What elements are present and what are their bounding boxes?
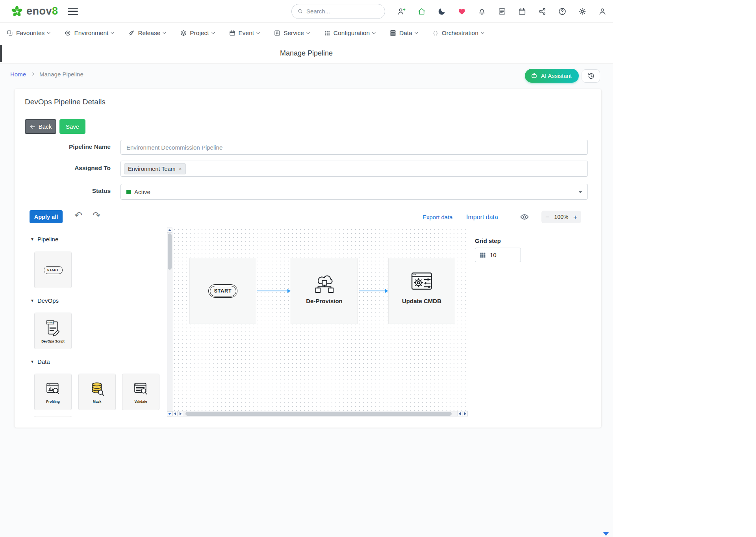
pipeline-canvas[interactable]: START De-Provision <box>172 228 468 411</box>
settings-button[interactable] <box>578 7 587 16</box>
zoom-level: 100% <box>554 214 569 220</box>
palette-item-validate[interactable]: Validate <box>122 374 159 410</box>
caret-down-icon: ▼ <box>30 359 34 364</box>
search-input[interactable] <box>306 8 379 15</box>
preview-button[interactable] <box>520 212 529 222</box>
canvas-h-scrollbar[interactable] <box>172 411 468 417</box>
content-area: Home Manage Pipeline AI Assistant DevOps… <box>0 64 613 537</box>
nav-label: Event <box>239 30 254 37</box>
environment-icon <box>64 30 71 37</box>
scroll-left-button[interactable] <box>172 411 178 416</box>
nav-label: Release <box>138 30 160 37</box>
zoom-in-button[interactable]: + <box>573 214 577 220</box>
profiling-icon <box>44 381 62 397</box>
scroll-right-button[interactable] <box>463 411 468 416</box>
chevron-down-icon <box>414 30 418 34</box>
nav-event[interactable]: Event <box>229 30 260 37</box>
import-data-link[interactable]: Import data <box>466 214 498 221</box>
ai-assistant-button[interactable]: AI Assistant <box>525 69 579 83</box>
mask-icon <box>89 381 106 397</box>
status-value: Active <box>134 189 150 195</box>
enov8-logo[interactable]: enov8 <box>10 5 58 18</box>
grid-step-field[interactable] <box>475 248 521 262</box>
undo-button[interactable]: ↶ <box>74 209 82 222</box>
palette-item-profiling[interactable]: Profiling <box>34 374 72 410</box>
nav-orchestration[interactable]: Orchestration <box>432 30 484 37</box>
palette-item-mask[interactable]: Mask <box>78 374 116 410</box>
data-stack-icon <box>389 30 397 37</box>
favourites-icon <box>6 30 13 37</box>
palette-item-partial[interactable] <box>34 416 72 417</box>
palette-section-devops[interactable]: ▼ DevOps <box>30 297 59 304</box>
help-button[interactable] <box>558 7 567 16</box>
history-button[interactable] <box>582 69 600 83</box>
user-add-button[interactable] <box>397 7 406 16</box>
redo-button[interactable]: ↷ <box>93 209 100 222</box>
nav-data[interactable]: Data <box>389 30 418 37</box>
calendar-button[interactable] <box>517 7 527 16</box>
scroll-left-button[interactable] <box>457 411 462 416</box>
connector-arrow[interactable] <box>359 291 385 291</box>
palette-section-pipeline[interactable]: ▼ Pipeline <box>30 236 58 243</box>
nav-favourites[interactable]: Favourites <box>6 30 50 37</box>
palette-scrollbar[interactable] <box>167 228 172 417</box>
bell-icon <box>478 7 486 16</box>
chevron-down-icon <box>47 30 51 34</box>
pipeline-designer: ▼ Pipeline START ▼ DevOps <box>15 228 602 417</box>
news-icon <box>498 7 506 16</box>
palette-item-label: Validate <box>134 400 147 404</box>
news-button[interactable] <box>497 7 507 16</box>
grid-icon <box>324 30 331 37</box>
notifications-button[interactable] <box>477 7 487 16</box>
pipeline-details-card: DevOps Pipeline Details Back Save Pipeli… <box>14 89 602 428</box>
canvas-node-start[interactable]: START <box>189 258 256 324</box>
chevron-down-icon <box>306 30 310 34</box>
assigned-to-field[interactable]: Environment Team × <box>120 161 588 177</box>
favourites-heart-button[interactable] <box>457 7 467 16</box>
profile-button[interactable] <box>598 7 607 16</box>
search-icon <box>297 8 303 15</box>
scrollbar-thumb[interactable] <box>168 233 172 270</box>
caret-down-icon: ▼ <box>30 298 34 303</box>
back-label: Back <box>39 123 52 130</box>
share-button[interactable] <box>537 7 547 16</box>
grid-step-label: Grid step <box>475 237 501 244</box>
nav-environment[interactable]: Environment <box>64 30 114 37</box>
person-icon <box>598 7 607 16</box>
app-window: enov8 <box>0 0 613 537</box>
nav-release[interactable]: Release <box>128 30 166 37</box>
canvas-node-update-cmdb[interactable]: Update CMDB <box>388 258 455 324</box>
palette-item-devops-script[interactable]: SCRIPT DevOps Script <box>34 313 72 349</box>
scroll-up-button[interactable] <box>167 228 172 233</box>
back-button[interactable]: Back <box>25 119 56 134</box>
nav-configuration[interactable]: Configuration <box>324 30 375 37</box>
nav-project[interactable]: Project <box>180 30 214 37</box>
scroll-down-button[interactable] <box>167 411 172 417</box>
status-color-swatch <box>126 190 131 194</box>
connector-arrow[interactable] <box>257 291 287 291</box>
breadcrumb-home-link[interactable]: Home <box>10 71 26 78</box>
scroll-right-button[interactable] <box>178 411 183 416</box>
zoom-out-button[interactable]: − <box>545 214 549 220</box>
nav-service[interactable]: Service <box>274 30 309 37</box>
section-title: Pipeline <box>37 236 58 243</box>
search-box[interactable] <box>291 4 385 19</box>
apply-all-button[interactable]: Apply all <box>30 210 63 223</box>
export-data-link[interactable]: Export data <box>422 214 453 220</box>
dark-mode-button[interactable] <box>437 7 447 16</box>
status-label: Status <box>15 187 111 194</box>
caret-down-icon: ▼ <box>30 237 34 241</box>
save-button[interactable]: Save <box>59 119 85 134</box>
tag-remove-icon[interactable]: × <box>179 166 182 172</box>
home-button[interactable] <box>417 7 426 16</box>
eye-icon <box>520 212 529 222</box>
menu-toggle-button[interactable] <box>68 7 78 15</box>
node-label: Update CMDB <box>402 298 441 304</box>
palette-section-data[interactable]: ▼ Data <box>30 358 50 365</box>
grid-step-input[interactable] <box>490 252 508 258</box>
palette-item-start[interactable]: START <box>34 252 72 288</box>
pipeline-name-input[interactable] <box>120 140 588 155</box>
status-select[interactable]: Active <box>120 184 588 200</box>
scrollbar-thumb[interactable] <box>185 412 452 416</box>
canvas-node-deprovision[interactable]: De-Provision <box>291 258 358 324</box>
